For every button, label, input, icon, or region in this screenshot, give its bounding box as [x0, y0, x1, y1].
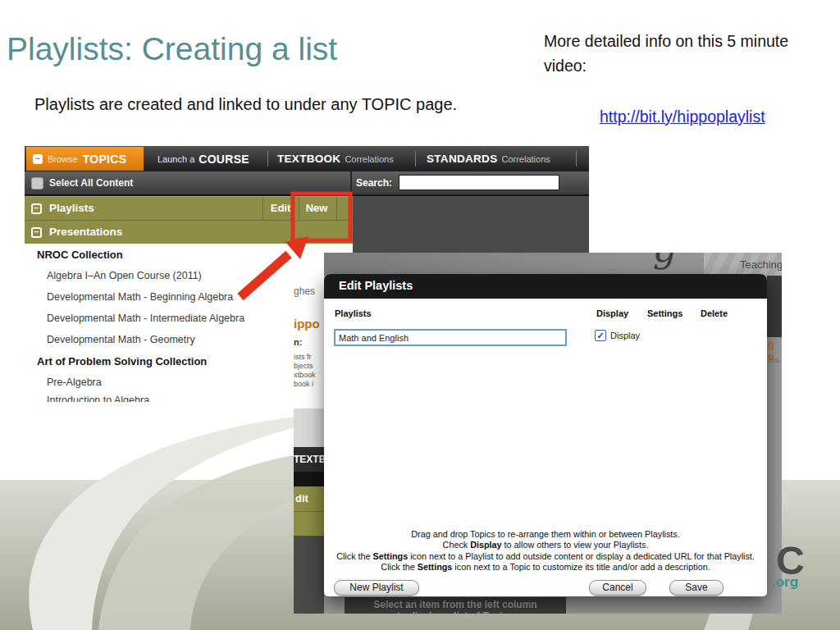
text-fragment: book i — [294, 380, 313, 388]
divider — [336, 197, 337, 220]
nav-label: COURSE — [199, 153, 249, 166]
column-header-playlists: Playlists — [335, 308, 372, 318]
slide: Playlists: Creating a list Playlists are… — [0, 0, 840, 630]
display-checkbox[interactable]: ✓ — [595, 330, 606, 341]
teaching-tab: Teaching — [704, 253, 782, 276]
list-item[interactable]: Developmental Math - Beginning Algebra — [47, 291, 233, 303]
divider — [299, 197, 299, 220]
edit-playlists-button[interactable]: Edit — [264, 202, 297, 214]
column-header-delete: Delete — [701, 308, 728, 318]
underlying-hint-bar: Select an item from the left column to d… — [345, 597, 566, 614]
underlying-olive-row — [294, 511, 324, 536]
divider — [350, 171, 352, 194]
nav-label: Launch a — [158, 154, 194, 164]
cancel-button[interactable]: Cancel — [589, 580, 646, 596]
edit-playlists-screenshot: ghes ippo n: ists fr bjects xtbook book … — [294, 253, 782, 614]
nav-launch-course[interactable]: Launch a COURSE — [158, 146, 249, 171]
text-fragment: TEXTB — [294, 454, 324, 465]
underlying-page-column: ghes ippo n: ists fr bjects xtbook book … — [294, 253, 324, 409]
display-checkbox-label: Display — [610, 331, 640, 340]
text-fragment: ghes — [294, 285, 315, 297]
playlist-name-input[interactable] — [334, 329, 567, 346]
new-playlist-dialog-button[interactable]: New Playlist — [334, 580, 419, 596]
playlists-section-label: Playlists — [49, 202, 94, 214]
column-header-display: Display — [596, 308, 628, 318]
text-fragment: ippo — [294, 317, 320, 331]
teaching-label: Teaching — [740, 258, 782, 271]
hippocampus-logo-fragment: g — [652, 253, 675, 270]
hint-line: Select an item from the left column — [345, 599, 566, 610]
underlying-page-block — [294, 536, 324, 614]
list-item[interactable]: Developmental Math - Intermediate Algebr… — [47, 313, 244, 324]
new-playlist-button[interactable]: New — [300, 202, 333, 214]
instruction-line: Check Display to allow others to view yo… — [324, 540, 767, 550]
text-fragment: dit — [295, 492, 308, 504]
list-item[interactable]: Art of Problem Solving Collection — [37, 355, 207, 368]
video-link[interactable]: http://bit.ly/hippoplaylist — [600, 107, 765, 126]
nav-separator — [415, 151, 416, 167]
nav-standards-correlations[interactable]: STANDARDS Correlations — [427, 146, 550, 171]
divider — [262, 197, 263, 220]
instruction-line: Click the Settings icon next to a Playli… — [324, 551, 767, 562]
list-item[interactable]: NROC Collection — [37, 249, 123, 261]
collapse-icon[interactable]: − — [31, 203, 42, 214]
text-fragment: ists fr — [294, 353, 312, 361]
nav-label: STANDARDS — [427, 153, 497, 165]
nroc-logo-org: .org — [772, 574, 798, 591]
dialog-instructions: Drag and drop Topics to re-arrange them … — [324, 529, 767, 573]
top-navbar: − Browse TOPICS Launch a COURSE TEXTBOOK… — [25, 146, 589, 171]
underlying-olive-row: dit — [294, 486, 324, 511]
nav-label: Correlations — [345, 154, 393, 164]
instruction-line: Click the Settings icon next to a Topic … — [324, 562, 767, 573]
nav-textbook-correlations[interactable]: TEXTBOOK Correlations — [277, 146, 394, 171]
info-text: More detailed info on this 5 minute vide… — [544, 29, 790, 78]
page-title: Playlists: Creating a list — [7, 31, 337, 67]
instruction-line: Drag and drop Topics to re-arrange them … — [324, 529, 767, 540]
list-item[interactable]: Pre-Algebra — [47, 377, 102, 388]
underlying-navbar-fragment: TEXTB — [294, 447, 324, 472]
edit-playlists-dialog: Edit Playlists Playlists Display Setting… — [324, 274, 767, 596]
underlying-header-strip: Teaching g — [324, 253, 782, 276]
text-fragment: xtbook — [294, 371, 316, 379]
nav-label: Correlations — [501, 154, 550, 164]
hint-line: to display a list of Topics — [345, 610, 566, 614]
subtitle-text: Playlists are created and linked to unde… — [34, 95, 457, 114]
underlying-page-block — [767, 276, 782, 337]
select-all-row: Select All Content Search: — [25, 171, 589, 196]
collapse-icon[interactable]: − — [31, 227, 42, 238]
nav-separator — [576, 151, 577, 167]
text-fragment: bra — [769, 356, 779, 364]
select-all-checkbox[interactable] — [31, 177, 43, 189]
nav-label: TOPICS — [83, 153, 127, 166]
tab-browse-topics[interactable]: − Browse TOPICS — [26, 147, 144, 171]
list-item[interactable]: Algebra I–An Open Course (2011) — [47, 270, 202, 281]
nav-label: TEXTBOOK — [277, 153, 340, 165]
underlying-page-block — [294, 409, 324, 447]
text-fragment: bjects — [294, 362, 313, 370]
collapse-icon: − — [33, 154, 43, 164]
nav-label: Browse — [48, 154, 78, 164]
save-button[interactable]: Save — [669, 580, 724, 596]
select-all-label: Select All Content — [49, 177, 133, 189]
search-input[interactable] — [399, 175, 559, 190]
column-header-settings: Settings — [647, 308, 682, 318]
list-item[interactable]: Developmental Math - Geometry — [47, 334, 195, 345]
presentations-section-label: Presentations — [49, 226, 122, 238]
dialog-body: Playlists Display Settings Delete ✓ Disp… — [324, 299, 767, 596]
text-fragment: n: — [294, 337, 302, 347]
dialog-title: Edit Playlists — [339, 279, 413, 292]
nav-separator — [267, 151, 268, 167]
search-label: Search: — [356, 177, 392, 189]
dialog-header: Edit Playlists — [324, 274, 767, 299]
list-item[interactable]: Introduction to Algebra — [47, 395, 149, 402]
underlying-page-block — [294, 472, 324, 486]
